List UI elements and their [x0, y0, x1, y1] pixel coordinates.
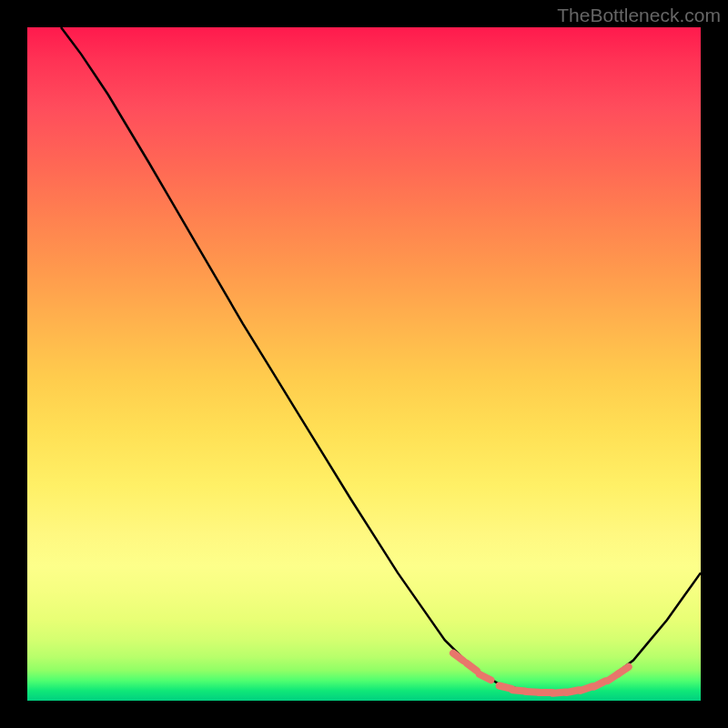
- marker-dash: [453, 653, 463, 661]
- curve-line: [61, 27, 701, 693]
- marker-dash: [594, 681, 606, 686]
- chart-curve-svg: [27, 27, 701, 701]
- marker-dash: [480, 674, 491, 680]
- chart-plot-area: [27, 27, 701, 701]
- marker-dash: [467, 663, 477, 671]
- marker-dash: [618, 667, 629, 674]
- curve-markers: [453, 653, 629, 693]
- watermark-text: TheBottleneck.com: [557, 5, 721, 26]
